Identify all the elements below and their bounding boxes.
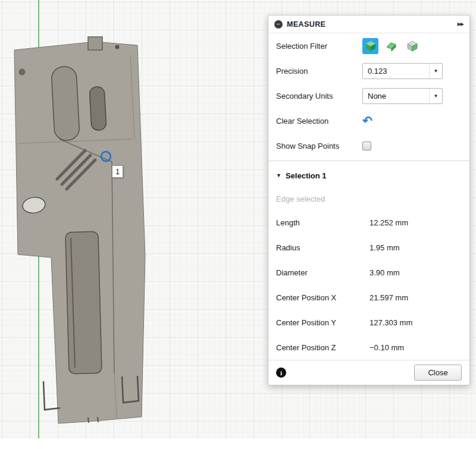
- measure-row-diameter: Diameter 3.90 mm: [268, 260, 469, 285]
- precision-value: 0.123: [363, 67, 429, 76]
- measure-row-length: Length 12.252 mm: [268, 210, 469, 235]
- detach-panel-icon[interactable]: ▶▶: [458, 21, 464, 27]
- precision-row: Precision 0.123 ▼: [268, 58, 469, 83]
- secondary-units-label: Secondary Units: [276, 92, 362, 101]
- part-slot-large-top: [51, 66, 80, 141]
- selection-filter-label: Selection Filter: [276, 42, 362, 51]
- measure-label: Center Position Y: [276, 318, 369, 327]
- measure-panel: − MEASURE ▶▶ Selection Filter: [268, 15, 470, 385]
- show-snap-points-label: Show Snap Points: [276, 142, 362, 150]
- chevron-down-icon: ▼: [429, 64, 442, 79]
- selection-status: Edge selected: [268, 187, 469, 210]
- measure-value: 21.597 mm: [369, 293, 408, 302]
- face-icon: [386, 40, 397, 52]
- measure-value: −0.10 mm: [369, 343, 404, 352]
- measure-label: Center Position Z: [276, 343, 369, 352]
- measure-label: Radius: [276, 243, 369, 252]
- info-icon[interactable]: i: [276, 368, 286, 378]
- secondary-units-value: None: [363, 92, 429, 101]
- measure-label: Length: [276, 218, 369, 227]
- show-snap-points-row: Show Snap Points: [268, 133, 469, 158]
- show-snap-points-checkbox[interactable]: [362, 142, 371, 150]
- secondary-units-dropdown[interactable]: None ▼: [362, 88, 443, 104]
- clear-selection-row: Clear Selection ↶: [268, 108, 469, 133]
- measure-value: 127.303 mm: [369, 318, 412, 327]
- measure-label: Diameter: [276, 268, 369, 277]
- selection-section-title: Selection 1: [286, 171, 327, 180]
- part-slot-small-top: [89, 86, 107, 130]
- measure-row-center-x: Center Position X 21.597 mm: [268, 285, 469, 310]
- selection-section-header[interactable]: ▼ Selection 1: [268, 164, 469, 187]
- collapse-icon[interactable]: −: [274, 20, 283, 29]
- measure-value: 12.252 mm: [369, 218, 408, 227]
- selected-edge-circle[interactable]: [101, 152, 111, 161]
- filter-face-icon[interactable]: [383, 38, 399, 54]
- measure-value: 1.95 mm: [369, 243, 400, 252]
- filter-body-icon[interactable]: [404, 38, 420, 54]
- measure-value: 3.90 mm: [369, 268, 400, 277]
- measure-row-radius: Radius 1.95 mm: [268, 235, 469, 260]
- clear-selection-label: Clear Selection: [276, 117, 362, 125]
- precision-label: Precision: [276, 67, 362, 76]
- filter-solid-icon[interactable]: [362, 38, 378, 54]
- part-dot: [115, 45, 120, 49]
- selection-filter-row: Selection Filter: [268, 33, 469, 58]
- close-button[interactable]: Close: [414, 365, 462, 381]
- body-cube-icon: [406, 40, 418, 52]
- precision-dropdown[interactable]: 0.123 ▼: [362, 63, 443, 79]
- divider: [268, 161, 469, 161]
- measure-row-center-z: Center Position Z −0.10 mm: [268, 335, 469, 360]
- chevron-down-icon: ▼: [429, 89, 442, 103]
- undo-arrow-icon[interactable]: ↶: [362, 115, 372, 127]
- bottom-strip: [0, 438, 476, 449]
- selection-badge: 1: [112, 165, 123, 178]
- caret-down-icon: ▼: [276, 172, 281, 178]
- solid-cube-icon: [365, 40, 377, 52]
- selection-filter-group: [362, 38, 420, 54]
- selection-status-text: Edge selected: [276, 194, 325, 203]
- panel-footer: i Close: [268, 360, 469, 385]
- secondary-units-row: Secondary Units None ▼: [268, 83, 469, 108]
- part-top-tab: [88, 37, 102, 50]
- measure-label: Center Position X: [276, 293, 369, 302]
- panel-title: MEASURE: [287, 20, 325, 29]
- part-hole-small: [19, 69, 26, 76]
- panel-header: − MEASURE ▶▶: [268, 15, 469, 33]
- measure-row-center-y: Center Position Y 127.303 mm: [268, 310, 469, 335]
- model-part[interactable]: [0, 0, 274, 449]
